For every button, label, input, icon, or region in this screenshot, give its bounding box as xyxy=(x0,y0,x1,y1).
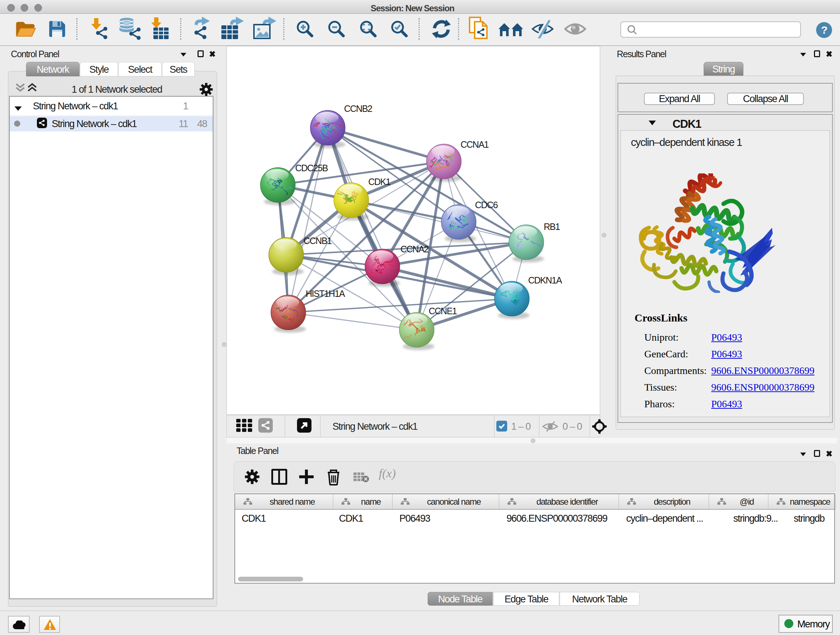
svg-text:CCNE1: CCNE1 xyxy=(429,306,457,316)
svg-text:CDC6: CDC6 xyxy=(475,200,498,210)
svg-text:CCNB2: CCNB2 xyxy=(344,103,372,114)
svg-text:CCNB1: CCNB1 xyxy=(303,236,332,246)
svg-text:CCNA1: CCNA1 xyxy=(461,139,489,149)
svg-text:?: ? xyxy=(821,24,827,36)
svg-text:CCNA2: CCNA2 xyxy=(401,244,429,254)
svg-text:CDKN1A: CDKN1A xyxy=(528,275,562,285)
svg-text:CDK1: CDK1 xyxy=(368,177,390,187)
svg-text:RB1: RB1 xyxy=(544,222,560,232)
svg-text:HIST1H1A: HIST1H1A xyxy=(306,288,345,299)
svg-text:CDC25B: CDC25B xyxy=(295,163,328,173)
